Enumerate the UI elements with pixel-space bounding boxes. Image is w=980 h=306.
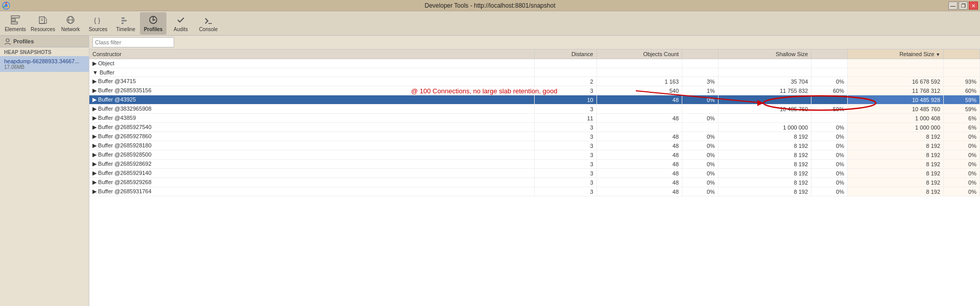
cell-constructor: ▶ Object — [89, 59, 535, 68]
cell-value: 48 — [596, 187, 682, 196]
cell-value: 1 000 408 — [847, 114, 943, 123]
table-row[interactable]: ▶ Buffer @26859285003480%8 1920%8 1920% — [89, 150, 980, 160]
table-row[interactable]: ▶ Buffer @4385911480%1 000 4086% — [89, 114, 980, 123]
table-row[interactable]: ▼ Buffer — [89, 68, 980, 77]
cell-value: 0% — [811, 160, 848, 169]
cell-value: 8 192 — [718, 187, 811, 196]
toolbar-item-timeline[interactable]: Timeline — [112, 12, 139, 35]
cell-value: 3 — [535, 169, 596, 178]
sidebar-section-title: HEAP SNAPSHOTS — [0, 47, 89, 56]
col-retained-size[interactable]: Retained Size — [847, 49, 943, 59]
cell-value: 3 — [535, 132, 596, 141]
cell-value — [596, 105, 682, 114]
cell-value: 3% — [682, 77, 719, 86]
cell-value: 59% — [811, 105, 848, 114]
network-label: Network — [61, 27, 80, 32]
cell-value — [535, 68, 596, 77]
cell-value: 11 768 312 — [847, 86, 943, 95]
main-area: Profiles HEAP SNAPSHOTS heapdump-6628893… — [0, 36, 980, 306]
cell-value: 6% — [944, 123, 980, 132]
svg-rect-6 — [11, 19, 15, 21]
cell-value: 48 — [596, 169, 682, 178]
console-icon — [203, 14, 214, 26]
cell-value: 8 192 — [847, 169, 943, 178]
toolbar-item-elements[interactable]: Elements — [2, 12, 29, 35]
table-row[interactable]: ▶ Buffer @26859281803480%8 1920%8 1920% — [89, 141, 980, 150]
toolbar-item-network[interactable]: Network — [57, 12, 84, 35]
col-objects-count[interactable]: Objects Count — [596, 49, 682, 59]
cell-value: 8 192 — [847, 132, 943, 141]
svg-rect-16 — [122, 20, 127, 21]
col-shallow-pct — [811, 49, 848, 59]
cell-value: 1 163 — [596, 77, 682, 86]
cell-value: 0% — [811, 178, 848, 187]
cell-value — [682, 105, 719, 114]
col-objects-pct — [682, 49, 719, 59]
minimize-button[interactable]: — — [948, 2, 958, 10]
table-row[interactable]: ▶ Buffer @26859292683480%8 1920%8 1920% — [89, 178, 980, 187]
cell-value — [718, 68, 811, 77]
table-row[interactable]: ▶ Buffer @26859278603480%8 1920%8 1920% — [89, 132, 980, 141]
cell-value: 8 192 — [718, 160, 811, 169]
table-header-row: Constructor Distance Objects Count Shall… — [89, 49, 980, 59]
cell-value: 0% — [682, 150, 719, 160]
col-distance[interactable]: Distance — [535, 49, 596, 59]
toolbar-item-console[interactable]: Console — [195, 12, 222, 35]
cell-constructor: ▶ Buffer @2685928692 — [89, 160, 535, 169]
table-row[interactable]: ▶ Buffer @26859317643480%8 1920%8 1920% — [89, 187, 980, 196]
cell-value: 10 — [535, 95, 596, 105]
sidebar-header: Profiles — [0, 36, 89, 47]
cell-value: 0% — [682, 141, 719, 150]
cell-value — [944, 68, 980, 77]
cell-value: 10 485 760 — [847, 105, 943, 114]
maximize-button[interactable]: ❐ — [959, 2, 968, 10]
class-filter-input[interactable] — [92, 37, 174, 47]
cell-value: 0% — [811, 123, 848, 132]
table-row[interactable]: ▶ Buffer @26859286923480%8 1920%8 1920% — [89, 160, 980, 169]
cell-value: 0% — [944, 169, 980, 178]
cell-value: 59% — [944, 105, 980, 114]
table-row[interactable]: ▶ Object — [89, 59, 980, 68]
col-shallow-size[interactable]: Shallow Size — [718, 49, 811, 59]
toolbar-item-audits[interactable]: Audits — [168, 12, 194, 35]
cell-value: 0% — [682, 178, 719, 187]
table-row[interactable]: ▶ Buffer @3832965908310 485 76059%10 485… — [89, 105, 980, 114]
col-constructor[interactable]: Constructor — [89, 49, 535, 59]
table-container[interactable]: Constructor Distance Objects Count Shall… — [89, 49, 980, 306]
table-row[interactable]: ▶ Buffer @268593515635401%11 755 83260%1… — [89, 86, 980, 95]
cell-value — [682, 68, 719, 77]
cell-value: 8 192 — [847, 141, 943, 150]
cell-value — [682, 123, 719, 132]
cell-value: 0% — [682, 114, 719, 123]
cell-value: 3 — [535, 150, 596, 160]
table-row[interactable]: ▶ Buffer @3471521 1633%35 7040%16 678 59… — [89, 77, 980, 86]
svg-line-3 — [8, 7, 10, 8]
sidebar: Profiles HEAP SNAPSHOTS heapdump-6628893… — [0, 36, 89, 306]
close-button[interactable]: ✕ — [969, 2, 978, 10]
cell-value: 93% — [944, 77, 980, 86]
audits-label: Audits — [174, 27, 188, 32]
cell-value: 3 — [535, 187, 596, 196]
cell-value — [811, 114, 848, 123]
svg-rect-7 — [11, 22, 17, 24]
cell-value — [811, 59, 848, 68]
sources-label: Sources — [89, 27, 108, 32]
cell-value: 11 — [535, 114, 596, 123]
cell-constructor: ▶ Buffer @2685928500 — [89, 150, 535, 160]
cell-constructor: ▶ Buffer @43859 — [89, 114, 535, 123]
cell-constructor: ▶ Buffer @2685928180 — [89, 141, 535, 150]
sidebar-snapshot-item[interactable]: heapdump-66288933.34667... 17.06MB — [0, 56, 89, 72]
profiles-icon — [148, 14, 159, 26]
table-row[interactable]: ▶ Buffer @4392510480%10 485 92859% — [89, 95, 980, 105]
cell-value — [596, 68, 682, 77]
cell-value: 8 192 — [718, 169, 811, 178]
toolbar-item-profiles[interactable]: Profiles — [140, 12, 166, 35]
cell-value — [596, 123, 682, 132]
svg-line-4 — [3, 7, 5, 8]
cell-value: 3 — [535, 178, 596, 187]
table-row[interactable]: ▶ Buffer @26859291403480%8 1920%8 1920% — [89, 169, 980, 178]
toolbar: Elements Resources Network { } — [0, 11, 980, 36]
table-row[interactable]: ▶ Buffer @268592754031 000 0000%1 000 00… — [89, 123, 980, 132]
toolbar-item-sources[interactable]: { } Sources — [85, 12, 111, 35]
toolbar-item-resources[interactable]: Resources — [30, 12, 56, 35]
